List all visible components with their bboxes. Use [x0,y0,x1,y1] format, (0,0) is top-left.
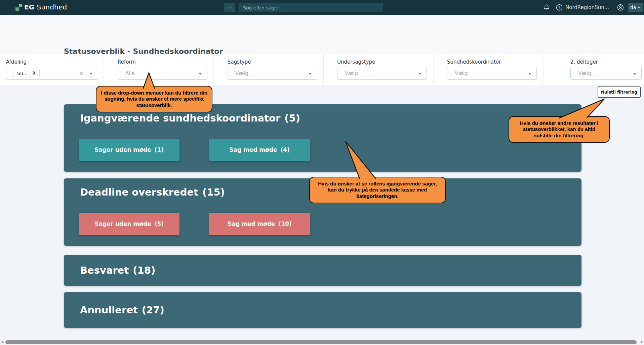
top-bar: EGSundhed ··· ? NordRegionSun... da [0,0,644,15]
filter-label: Afdeling [6,59,104,65]
app-brand: EGSundhed [24,3,67,11]
brand-bold: EG [24,3,34,11]
callout-text: Hvis du ønsker at se rollens igangværend… [309,177,446,203]
button-label: Sager uden møde [94,220,151,227]
more-menu-button[interactable]: ··· [224,3,235,12]
filter-label: Reform [118,59,213,65]
help-icon[interactable]: ? [555,3,563,11]
afdeling-multiselect[interactable]: Su... X × [6,67,98,80]
select-value: Vælg [345,70,358,76]
button-count: (10) [279,220,292,227]
chevron-down-icon [309,73,312,75]
filter-bar: Afdeling Su... X × Reform Alle Sagstype … [0,54,644,85]
notifications-bell-icon[interactable] [542,3,551,11]
scroll-left-arrow-icon[interactable] [1,340,3,344]
button-count: (5) [155,220,164,227]
selected-value-chip: Su... X [13,69,40,78]
clear-filter-icon[interactable]: × [79,70,84,76]
filter-2-deltager: 2. deltager Vælg [544,54,644,85]
horizontal-scrollbar [0,339,644,345]
sager-uden-moede-button[interactable]: Sager uden møde(5) [79,213,179,235]
section-title: Besvaret(18) [64,265,155,276]
section-title-text: Annulleret [80,304,138,316]
section-count: (18) [133,265,155,276]
deltager-select[interactable]: Vælg [570,67,642,80]
select-value: Vælg [235,70,248,76]
section-count: (5) [284,112,300,124]
filter-label: Undersagstype [337,59,433,65]
button-label: Sag med møde [227,220,275,227]
reform-select[interactable]: Alle [118,67,207,80]
scrollbar-thumb[interactable] [5,340,637,344]
chevron-down-icon [528,73,531,75]
svg-text:?: ? [558,5,560,10]
language-value: da [630,5,636,10]
language-selector[interactable]: da [628,3,643,12]
filter-label: 2. deltager [570,59,644,65]
section-annulleret[interactable]: Annulleret(27) [64,292,581,328]
chevron-down-icon [89,73,93,75]
sag-med-moede-button[interactable]: Sag med møde(10) [209,213,310,235]
section-title-text: Deadline overskredet [80,186,198,198]
callout-filter-dropdowns: I disse drop-down menuer kan du filtrere… [96,86,212,112]
callout-reset-filter: Hvis du ønsker andre resultater i status… [509,116,610,143]
brand-name: Sundhed [37,3,67,11]
filter-afdeling: Afdeling Su... X × [0,54,104,85]
sundhedskoordinator-select[interactable]: Vælg [447,67,537,80]
button-label: Sager uden møde [94,146,151,153]
sager-uden-moede-button[interactable]: Sager uden møde(1) [79,139,179,161]
section-title-text: Igangværende sundhedskoordinator [80,112,280,124]
select-value: Vælg [455,70,468,76]
chevron-down-icon [418,73,421,75]
chevron-down-icon [638,7,640,8]
sag-med-moede-button[interactable]: Sag med møde(4) [209,139,310,161]
callout-arrow-up [142,72,156,89]
user-account-icon[interactable] [616,3,625,11]
sagstype-select[interactable]: Vælg [228,67,317,80]
callout-arrow-up-left [309,140,410,179]
filter-label: Sagstype [228,59,323,65]
button-count: (1) [155,146,164,153]
callout-text: Hvis du ønsker andre resultater i status… [509,116,610,143]
undersagstype-select[interactable]: Vælg [337,67,427,80]
section-title: Annulleret(27) [64,304,164,316]
callout-arrow-up-right [509,97,610,119]
button-count: (4) [280,146,289,153]
chip-remove-icon[interactable]: X [32,70,36,76]
callout-section-click: Hvis du ønsker at se rollens igangværend… [309,177,446,203]
eg-logo-icon [15,4,22,11]
filter-label: Sundhedskoordinator [447,59,543,65]
filter-undersagstype: Undersagstype Vælg [324,54,434,85]
callout-text: I disse drop-down menuer kan du filtrere… [96,86,212,112]
tenant-name[interactable]: NordRegionSun... [565,4,609,10]
chevron-down-icon [633,73,636,75]
header-band: Statusoverblik - Sundhedskoordinator [0,15,644,54]
section-count: (15) [202,186,225,198]
chip-label: Su... [17,71,28,76]
filter-sundhedskoordinator: Sundhedskoordinator Vælg [434,54,544,85]
filter-reform: Reform Alle [104,54,214,85]
select-value: Vælg [578,70,591,76]
reset-filter-button[interactable]: Nulstil filtrering [598,87,641,98]
section-count: (27) [142,304,164,316]
search-input[interactable] [239,3,383,12]
section-title-text: Besvaret [80,265,129,276]
select-value: Alle [125,70,135,76]
filter-sagstype: Sagstype Vælg [214,54,324,85]
section-besvaret[interactable]: Besvaret(18) [64,255,581,286]
scroll-right-arrow-icon[interactable] [641,340,643,344]
button-label: Sag med møde [229,146,277,153]
chevron-down-icon [199,73,202,75]
